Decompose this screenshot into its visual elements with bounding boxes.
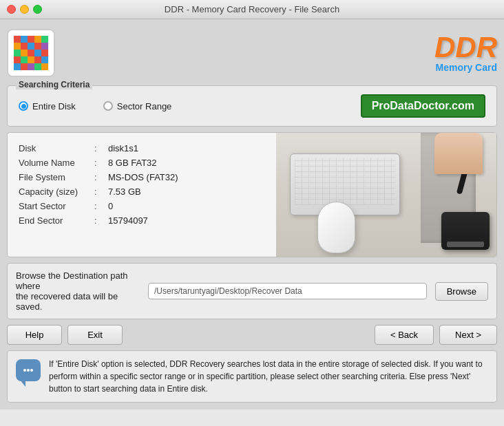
info-text: If 'Entire Disk' option is selected, DDR… bbox=[49, 358, 488, 395]
browse-path-input[interactable]: /Users/taruntyagi/Desktop/Recover Data bbox=[148, 283, 427, 299]
table-row: Volume Name : 8 GB FAT32 bbox=[19, 156, 265, 170]
field-label: Capacity (size) bbox=[19, 184, 94, 199]
field-value: 8 GB FAT32 bbox=[108, 156, 265, 170]
svg-point-2 bbox=[30, 369, 33, 372]
action-row: Help Exit < Back Next > bbox=[7, 325, 497, 345]
minimize-button[interactable] bbox=[20, 5, 29, 14]
title-bar: DDR - Memory Card Recovery - File Search bbox=[0, 0, 504, 19]
field-value: MS-DOS (FAT32) bbox=[108, 170, 265, 184]
field-colon: : bbox=[94, 199, 108, 213]
brand-subtitle: Memory Card bbox=[434, 62, 497, 73]
maximize-button[interactable] bbox=[33, 5, 42, 14]
exit-button[interactable]: Exit bbox=[67, 325, 123, 345]
traffic-lights bbox=[7, 5, 42, 14]
app-logo bbox=[7, 29, 55, 77]
table-row: Capacity (size) : 7.53 GB bbox=[19, 184, 265, 199]
table-row: Start Sector : 0 bbox=[19, 199, 265, 213]
next-button[interactable]: Next > bbox=[439, 325, 497, 345]
table-row: Disk : disk1s1 bbox=[19, 141, 265, 156]
sector-range-radio[interactable] bbox=[103, 101, 113, 111]
ddr-brand: DDR Memory Card bbox=[434, 33, 497, 73]
entire-disk-option[interactable]: Entire Disk bbox=[19, 101, 76, 111]
help-button[interactable]: Help bbox=[7, 325, 62, 345]
logo-mosaic bbox=[14, 36, 48, 70]
header: DDR Memory Card bbox=[7, 26, 497, 80]
field-value: 0 bbox=[108, 199, 265, 213]
chat-bubble-icon bbox=[16, 359, 41, 381]
svg-point-0 bbox=[23, 369, 26, 372]
main-container: DDR Memory Card Searching Criteria Entir… bbox=[0, 19, 504, 409]
field-colon: : bbox=[94, 141, 108, 156]
mouse-icon bbox=[317, 202, 355, 253]
hand-icon bbox=[434, 133, 483, 174]
field-value: 7.53 GB bbox=[108, 184, 265, 199]
table-row: End Sector : 15794097 bbox=[19, 213, 265, 228]
field-label: Volume Name bbox=[19, 156, 94, 170]
brand-title: DDR bbox=[434, 33, 497, 62]
browse-button[interactable]: Browse bbox=[435, 282, 488, 301]
table-row: File System : MS-DOS (FAT32) bbox=[19, 170, 265, 184]
entire-disk-radio[interactable] bbox=[19, 101, 28, 111]
sector-range-label: Sector Range bbox=[117, 101, 172, 111]
field-colon: : bbox=[94, 213, 108, 228]
field-colon: : bbox=[94, 156, 108, 170]
disk-table: Disk : disk1s1 Volume Name : 8 GB FAT32 … bbox=[8, 133, 276, 257]
field-label: End Sector bbox=[19, 213, 94, 228]
desk-scene bbox=[276, 133, 496, 257]
field-label: Disk bbox=[19, 141, 94, 156]
disk-info-panel: Disk : disk1s1 Volume Name : 8 GB FAT32 … bbox=[7, 132, 497, 257]
field-label: File System bbox=[19, 170, 94, 184]
browse-row: Browse the Destination path wherethe rec… bbox=[7, 263, 497, 319]
field-value: disk1s1 bbox=[108, 141, 265, 156]
window-title: DDR - Memory Card Recovery - File Search bbox=[165, 4, 339, 14]
disk-image bbox=[276, 133, 496, 257]
criteria-row: Entire Disk Sector Range ProDataDoctor.c… bbox=[19, 94, 485, 118]
criteria-panel: Searching Criteria Entire Disk Sector Ra… bbox=[7, 85, 497, 127]
field-colon: : bbox=[94, 170, 108, 184]
entire-disk-label: Entire Disk bbox=[32, 101, 76, 111]
svg-point-1 bbox=[27, 369, 30, 372]
card-reader-icon bbox=[441, 212, 490, 250]
criteria-label: Searching Criteria bbox=[16, 80, 92, 89]
speech-icon bbox=[21, 365, 35, 376]
field-label: Start Sector bbox=[19, 199, 94, 213]
info-icon-container bbox=[16, 358, 41, 383]
sector-range-option[interactable]: Sector Range bbox=[103, 101, 172, 111]
field-value: 15794097 bbox=[108, 213, 265, 228]
prodatadoctor-badge: ProDataDoctor.com bbox=[361, 94, 485, 118]
close-button[interactable] bbox=[7, 5, 16, 14]
back-button[interactable]: < Back bbox=[375, 325, 434, 345]
browse-label: Browse the Destination path wherethe rec… bbox=[16, 270, 140, 312]
info-panel: If 'Entire Disk' option is selected, DDR… bbox=[7, 350, 497, 403]
field-colon: : bbox=[94, 184, 108, 199]
